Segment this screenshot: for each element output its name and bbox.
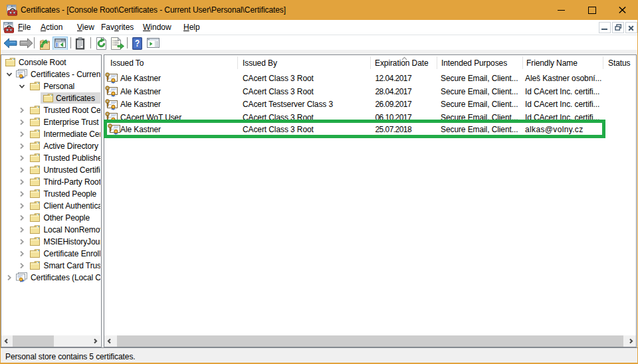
svg-text:?: ?: [135, 38, 140, 48]
